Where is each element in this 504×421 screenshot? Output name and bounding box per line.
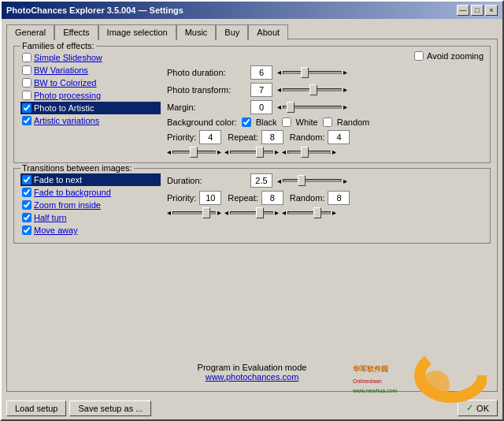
bg-white-checkbox[interactable] bbox=[282, 117, 291, 127]
list-item-bw-variations[interactable]: BW Variations bbox=[20, 64, 161, 76]
t-repeat-thumb[interactable] bbox=[256, 207, 264, 218]
photo-transform-left-arrow[interactable]: ◂ bbox=[277, 86, 281, 94]
photo-transform-right-arrow[interactable]: ▸ bbox=[343, 86, 347, 94]
tab-buy[interactable]: Buy bbox=[216, 24, 248, 40]
t-priority-right-arrow[interactable]: ▸ bbox=[217, 208, 221, 217]
t-priority-left-arrow[interactable]: ◂ bbox=[167, 208, 171, 217]
margin-right-arrow[interactable]: ▸ bbox=[343, 103, 347, 111]
list-item-photo-artistic[interactable]: Photo to Artistic bbox=[20, 102, 161, 114]
t-priority-slider[interactable] bbox=[172, 211, 216, 214]
priority-slider[interactable] bbox=[172, 151, 216, 154]
t-random-label: Random: bbox=[290, 193, 325, 203]
tab-about[interactable]: About bbox=[248, 24, 288, 40]
photo-duration-left-arrow[interactable]: ◂ bbox=[277, 69, 281, 76]
priority-input[interactable] bbox=[199, 130, 221, 144]
load-setup-button[interactable]: Load setup bbox=[6, 401, 66, 416]
duration-slider[interactable] bbox=[283, 179, 342, 182]
bg-color-label: Background color: bbox=[167, 117, 237, 127]
checkbox-photo-artistic[interactable] bbox=[22, 103, 32, 113]
list-item-zoom-from-inside[interactable]: Zoom from inside bbox=[20, 199, 161, 211]
photo-duration-right-arrow[interactable]: ▸ bbox=[343, 69, 347, 76]
minimize-button[interactable]: — bbox=[457, 5, 469, 16]
duration-input[interactable] bbox=[250, 173, 272, 188]
checkbox-fade-to-next[interactable] bbox=[22, 175, 32, 184]
t-random-input[interactable] bbox=[328, 191, 350, 205]
random-input[interactable] bbox=[328, 130, 350, 144]
t-repeat-left-arrow[interactable]: ◂ bbox=[224, 208, 228, 217]
t-random-thumb[interactable] bbox=[313, 207, 321, 218]
list-item-move-away[interactable]: Move away bbox=[20, 224, 161, 237]
margin-thumb[interactable] bbox=[287, 102, 295, 113]
checkbox-artistic-variations[interactable] bbox=[22, 116, 32, 125]
margin-input[interactable] bbox=[250, 100, 272, 114]
tab-general[interactable]: General bbox=[6, 24, 54, 40]
tab-image-selection[interactable]: Image selection bbox=[98, 24, 176, 40]
t-priority-label: Priority: bbox=[167, 193, 196, 203]
repeat-left-arrow[interactable]: ◂ bbox=[224, 147, 228, 156]
checkbox-fade-to-background[interactable] bbox=[22, 188, 32, 197]
tab-music[interactable]: Music bbox=[176, 24, 217, 40]
checkbox-photo-processing[interactable] bbox=[22, 91, 32, 100]
repeat-thumb[interactable] bbox=[256, 147, 264, 158]
bg-random-checkbox[interactable] bbox=[323, 117, 332, 127]
tab-effects[interactable]: Effects bbox=[54, 24, 98, 40]
duration-left-arrow[interactable]: ◂ bbox=[277, 177, 281, 185]
list-item-artistic-variations[interactable]: Artistic variations bbox=[20, 114, 161, 127]
photo-duration-thumb[interactable] bbox=[301, 67, 309, 78]
random-right-arrow[interactable]: ▸ bbox=[332, 147, 336, 156]
svg-text:Onlinedown: Onlinedown bbox=[353, 378, 382, 384]
checkbox-bw-colorized[interactable] bbox=[22, 78, 32, 88]
checkbox-move-away[interactable] bbox=[22, 225, 32, 235]
photo-transform-thumb[interactable] bbox=[309, 84, 317, 95]
priority-thumb[interactable] bbox=[190, 147, 198, 158]
margin-slider[interactable] bbox=[283, 106, 342, 109]
random-slider-wrapper: ◂ ▸ bbox=[282, 147, 336, 156]
repeat-input[interactable] bbox=[261, 130, 284, 144]
checkbox-half-turn[interactable] bbox=[22, 213, 32, 222]
list-item-bw-colorized[interactable]: BW to Colorized bbox=[20, 76, 161, 89]
list-item-photo-processing[interactable]: Photo processing bbox=[20, 89, 161, 102]
priority-right-arrow[interactable]: ▸ bbox=[217, 147, 221, 156]
list-item-fade-to-background[interactable]: Fade to background bbox=[20, 186, 161, 199]
transitions-left: Fade to next Fade to background Zoom fro… bbox=[20, 173, 161, 237]
priority-left-arrow[interactable]: ◂ bbox=[167, 147, 171, 156]
list-item-fade-to-next[interactable]: Fade to next bbox=[20, 173, 161, 186]
t-random-slider[interactable] bbox=[287, 211, 331, 214]
checkbox-simple-slideshow[interactable] bbox=[22, 53, 32, 62]
save-setup-button[interactable]: Save setup as ... bbox=[69, 401, 151, 416]
families-group: Families of effects: Simple Slideshow bbox=[13, 46, 491, 163]
t-random-right-arrow[interactable]: ▸ bbox=[332, 208, 336, 217]
checkbox-bw-variations[interactable] bbox=[22, 65, 32, 75]
website-link[interactable]: www.photochances.com bbox=[206, 372, 299, 382]
svg-point-1 bbox=[421, 371, 450, 399]
random-left-arrow[interactable]: ◂ bbox=[282, 147, 286, 156]
t-repeat-right-arrow[interactable]: ▸ bbox=[275, 208, 279, 217]
t-repeat-input[interactable] bbox=[261, 191, 284, 205]
t-priority-thumb[interactable] bbox=[202, 207, 210, 218]
photo-transform-input[interactable] bbox=[250, 83, 272, 97]
photo-duration-input[interactable] bbox=[250, 65, 272, 80]
repeat-slider[interactable] bbox=[230, 151, 273, 154]
t-repeat-slider[interactable] bbox=[230, 211, 273, 214]
margin-left-arrow[interactable]: ◂ bbox=[277, 103, 281, 111]
prio-sliders-row: ◂ ▸ ◂ bbox=[167, 147, 484, 156]
t-random-left-arrow[interactable]: ◂ bbox=[282, 208, 286, 217]
list-item-simple-slideshow[interactable]: Simple Slideshow bbox=[20, 51, 161, 64]
photo-transform-row: Photo transform: ◂ ▸ bbox=[167, 83, 484, 97]
random-thumb[interactable] bbox=[301, 147, 309, 158]
close-button[interactable]: × bbox=[485, 5, 498, 16]
random-slider[interactable] bbox=[287, 151, 331, 154]
duration-right-arrow[interactable]: ▸ bbox=[343, 177, 347, 185]
photo-transform-label: Photo transform: bbox=[167, 85, 246, 95]
checkbox-zoom-from-inside[interactable] bbox=[22, 200, 32, 210]
bg-black-checkbox[interactable] bbox=[242, 117, 251, 127]
photo-duration-slider[interactable] bbox=[283, 71, 342, 74]
duration-thumb[interactable] bbox=[298, 175, 306, 186]
photo-transform-slider[interactable] bbox=[283, 88, 342, 91]
t-priority-input[interactable] bbox=[199, 191, 221, 205]
list-item-half-turn[interactable]: Half turn bbox=[20, 211, 161, 224]
maximize-button[interactable]: □ bbox=[471, 5, 484, 16]
avoid-zooming-checkbox[interactable] bbox=[414, 51, 424, 61]
photo-duration-row: Photo duration: ◂ ▸ bbox=[167, 65, 484, 80]
repeat-right-arrow[interactable]: ▸ bbox=[275, 147, 279, 156]
